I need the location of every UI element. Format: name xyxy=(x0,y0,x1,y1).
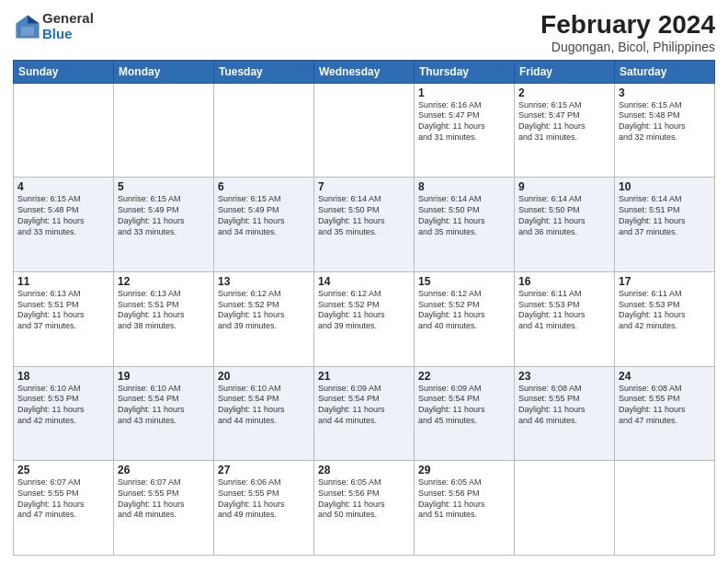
day-number: 3 xyxy=(619,86,711,99)
day-info: Sunrise: 6:07 AMSunset: 5:55 PMDaylight:… xyxy=(17,477,109,521)
day-info: Sunrise: 6:13 AMSunset: 5:51 PMDaylight:… xyxy=(118,289,210,332)
day-info: Sunrise: 6:15 AMSunset: 5:49 PMDaylight:… xyxy=(218,194,310,237)
col-sunday: Sunday xyxy=(14,60,114,83)
table-row: 13Sunrise: 6:12 AMSunset: 5:52 PMDayligh… xyxy=(214,272,314,367)
main-title: February 2024 xyxy=(540,11,715,40)
table-row: 10Sunrise: 6:14 AMSunset: 5:51 PMDayligh… xyxy=(615,178,715,272)
day-info: Sunrise: 6:09 AMSunset: 5:54 PMDaylight:… xyxy=(318,384,410,427)
calendar-week-row: 18Sunrise: 6:10 AMSunset: 5:53 PMDayligh… xyxy=(14,366,715,461)
col-monday: Monday xyxy=(114,60,214,83)
logo-text: General Blue xyxy=(42,11,94,41)
day-number: 5 xyxy=(118,180,210,193)
logo: General Blue xyxy=(13,11,94,41)
table-row: 27Sunrise: 6:06 AMSunset: 5:55 PMDayligh… xyxy=(214,461,314,556)
col-saturday: Saturday xyxy=(615,60,715,83)
table-row: 24Sunrise: 6:08 AMSunset: 5:55 PMDayligh… xyxy=(615,366,715,461)
day-info: Sunrise: 6:10 AMSunset: 5:54 PMDaylight:… xyxy=(118,384,210,427)
day-info: Sunrise: 6:05 AMSunset: 5:56 PMDaylight:… xyxy=(318,477,410,521)
table-row: 1Sunrise: 6:16 AMSunset: 5:47 PMDaylight… xyxy=(415,83,515,178)
calendar-table: Sunday Monday Tuesday Wednesday Thursday… xyxy=(13,60,715,556)
table-row xyxy=(515,461,615,556)
table-row: 8Sunrise: 6:14 AMSunset: 5:50 PMDaylight… xyxy=(415,178,515,272)
day-info: Sunrise: 6:14 AMSunset: 5:51 PMDaylight:… xyxy=(619,194,711,237)
table-row: 15Sunrise: 6:12 AMSunset: 5:52 PMDayligh… xyxy=(415,272,515,367)
day-number: 19 xyxy=(118,370,210,383)
logo-icon xyxy=(15,14,40,40)
day-info: Sunrise: 6:14 AMSunset: 5:50 PMDaylight:… xyxy=(418,194,510,237)
day-number: 29 xyxy=(418,464,510,477)
table-row: 22Sunrise: 6:09 AMSunset: 5:54 PMDayligh… xyxy=(415,366,515,461)
day-number: 11 xyxy=(17,275,109,288)
table-row: 11Sunrise: 6:13 AMSunset: 5:51 PMDayligh… xyxy=(14,272,114,367)
header: General Blue February 2024 Dugongan, Bic… xyxy=(13,11,715,54)
calendar-week-row: 4Sunrise: 6:15 AMSunset: 5:48 PMDaylight… xyxy=(14,178,715,272)
day-info: Sunrise: 6:05 AMSunset: 5:56 PMDaylight:… xyxy=(418,477,510,521)
day-info: Sunrise: 6:12 AMSunset: 5:52 PMDaylight:… xyxy=(418,289,510,332)
day-info: Sunrise: 6:14 AMSunset: 5:50 PMDaylight:… xyxy=(518,194,610,237)
page: General Blue February 2024 Dugongan, Bic… xyxy=(0,0,728,563)
day-info: Sunrise: 6:08 AMSunset: 5:55 PMDaylight:… xyxy=(619,384,711,427)
day-number: 10 xyxy=(619,180,711,193)
day-number: 27 xyxy=(218,464,310,477)
svg-marker-1 xyxy=(28,15,40,23)
logo-blue: Blue xyxy=(42,27,94,42)
day-number: 24 xyxy=(619,370,711,383)
title-block: February 2024 Dugongan, Bicol, Philippin… xyxy=(540,11,715,54)
table-row: 18Sunrise: 6:10 AMSunset: 5:53 PMDayligh… xyxy=(14,366,114,461)
day-number: 13 xyxy=(218,275,310,288)
day-number: 28 xyxy=(318,464,410,477)
day-info: Sunrise: 6:09 AMSunset: 5:54 PMDaylight:… xyxy=(418,384,510,427)
calendar-header-row: Sunday Monday Tuesday Wednesday Thursday… xyxy=(14,60,715,83)
day-number: 15 xyxy=(418,275,510,288)
day-info: Sunrise: 6:12 AMSunset: 5:52 PMDaylight:… xyxy=(218,289,310,332)
day-number: 16 xyxy=(518,275,610,288)
day-number: 23 xyxy=(518,370,610,383)
day-number: 4 xyxy=(17,180,109,193)
svg-rect-2 xyxy=(21,27,34,36)
day-number: 6 xyxy=(218,180,310,193)
table-row: 14Sunrise: 6:12 AMSunset: 5:52 PMDayligh… xyxy=(314,272,415,367)
table-row: 17Sunrise: 6:11 AMSunset: 5:53 PMDayligh… xyxy=(615,272,715,367)
col-friday: Friday xyxy=(515,60,615,83)
col-wednesday: Wednesday xyxy=(314,60,415,83)
day-number: 20 xyxy=(218,370,310,383)
day-number: 9 xyxy=(518,180,610,193)
day-info: Sunrise: 6:10 AMSunset: 5:53 PMDaylight:… xyxy=(17,384,109,427)
table-row: 25Sunrise: 6:07 AMSunset: 5:55 PMDayligh… xyxy=(14,461,114,556)
day-number: 12 xyxy=(118,275,210,288)
table-row: 21Sunrise: 6:09 AMSunset: 5:54 PMDayligh… xyxy=(314,366,415,461)
calendar-week-row: 11Sunrise: 6:13 AMSunset: 5:51 PMDayligh… xyxy=(14,272,715,367)
day-info: Sunrise: 6:11 AMSunset: 5:53 PMDaylight:… xyxy=(619,289,711,332)
day-info: Sunrise: 6:06 AMSunset: 5:55 PMDaylight:… xyxy=(218,477,310,521)
table-row: 3Sunrise: 6:15 AMSunset: 5:48 PMDaylight… xyxy=(615,83,715,178)
day-number: 22 xyxy=(418,370,510,383)
table-row: 2Sunrise: 6:15 AMSunset: 5:47 PMDaylight… xyxy=(515,83,615,178)
day-info: Sunrise: 6:07 AMSunset: 5:55 PMDaylight:… xyxy=(118,477,210,521)
day-number: 26 xyxy=(118,464,210,477)
day-number: 25 xyxy=(17,464,109,477)
day-number: 8 xyxy=(418,180,510,193)
day-number: 7 xyxy=(318,180,410,193)
table-row xyxy=(14,83,114,178)
table-row: 23Sunrise: 6:08 AMSunset: 5:55 PMDayligh… xyxy=(515,366,615,461)
logo-general: General xyxy=(42,11,94,27)
table-row: 28Sunrise: 6:05 AMSunset: 5:56 PMDayligh… xyxy=(314,461,415,556)
table-row xyxy=(214,83,314,178)
day-info: Sunrise: 6:10 AMSunset: 5:54 PMDaylight:… xyxy=(218,384,310,427)
day-info: Sunrise: 6:15 AMSunset: 5:48 PMDaylight:… xyxy=(17,194,109,237)
table-row xyxy=(615,461,715,556)
table-row: 7Sunrise: 6:14 AMSunset: 5:50 PMDaylight… xyxy=(314,178,415,272)
day-number: 2 xyxy=(518,86,610,99)
day-info: Sunrise: 6:14 AMSunset: 5:50 PMDaylight:… xyxy=(318,194,410,237)
col-thursday: Thursday xyxy=(415,60,515,83)
table-row xyxy=(314,83,415,178)
day-info: Sunrise: 6:15 AMSunset: 5:48 PMDaylight:… xyxy=(619,100,711,144)
table-row: 5Sunrise: 6:15 AMSunset: 5:49 PMDaylight… xyxy=(114,178,214,272)
day-info: Sunrise: 6:13 AMSunset: 5:51 PMDaylight:… xyxy=(17,289,109,332)
table-row: 16Sunrise: 6:11 AMSunset: 5:53 PMDayligh… xyxy=(515,272,615,367)
table-row: 9Sunrise: 6:14 AMSunset: 5:50 PMDaylight… xyxy=(515,178,615,272)
day-info: Sunrise: 6:12 AMSunset: 5:52 PMDaylight:… xyxy=(318,289,410,332)
day-info: Sunrise: 6:08 AMSunset: 5:55 PMDaylight:… xyxy=(518,384,610,427)
day-info: Sunrise: 6:16 AMSunset: 5:47 PMDaylight:… xyxy=(418,100,510,144)
day-number: 17 xyxy=(619,275,711,288)
